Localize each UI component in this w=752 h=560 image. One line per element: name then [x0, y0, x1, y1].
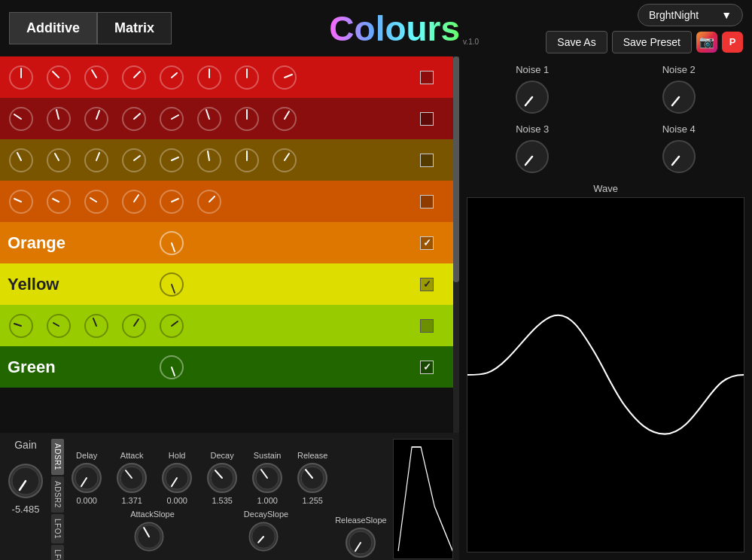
knob[interactable]	[196, 147, 223, 174]
attackslope-knob[interactable]	[132, 520, 172, 559]
noise-1-knob[interactable]	[513, 78, 551, 116]
knob[interactable]	[8, 312, 35, 339]
row-checkbox-4[interactable]	[420, 195, 434, 208]
knob[interactable]	[233, 105, 260, 132]
knob[interactable]	[83, 64, 110, 91]
release-knob[interactable]	[296, 461, 329, 495]
knob-green[interactable]	[158, 354, 185, 381]
scrollbar[interactable]	[453, 56, 459, 433]
delay-knob[interactable]	[70, 461, 103, 495]
svg-line-69	[93, 318, 96, 326]
row-label-orange: Orange	[8, 233, 68, 253]
knob-orange[interactable]	[158, 230, 185, 257]
knob[interactable]	[158, 188, 185, 215]
delay-knob-group: Delay 0.000	[70, 451, 103, 505]
color-row-yellow: Yellow ✓	[0, 263, 459, 305]
knob[interactable]	[8, 147, 35, 174]
noise-4-knob[interactable]	[660, 138, 698, 175]
knob[interactable]	[271, 147, 298, 174]
knob[interactable]	[45, 147, 72, 174]
gain-value: -5.485	[12, 504, 40, 515]
noise-3-label: Noise 3	[516, 123, 549, 135]
row-checkbox-yellow[interactable]: ✓	[420, 278, 434, 291]
knob[interactable]	[8, 188, 35, 215]
knob[interactable]	[196, 188, 223, 215]
knob[interactable]	[196, 105, 223, 132]
vtab-lfo2[interactable]: LFO2	[51, 545, 64, 560]
decay-label: Decay	[211, 451, 234, 460]
row-label-yellow: Yellow	[8, 275, 68, 294]
right-panel: Noise 1 Noise 2 Noise 3 Noise 4	[459, 56, 752, 560]
row-checkbox-orange[interactable]: ✓	[420, 236, 434, 250]
knob[interactable]	[45, 64, 72, 91]
row-checkbox-green[interactable]: ✓	[420, 361, 434, 374]
hold-knob[interactable]	[160, 461, 193, 495]
svg-line-51	[53, 199, 59, 202]
knob[interactable]	[158, 105, 185, 132]
tab-matrix[interactable]: Matrix	[97, 12, 172, 44]
svg-line-55	[134, 195, 139, 202]
noise-4-label: Noise 4	[662, 123, 696, 135]
decay-knob[interactable]	[206, 461, 239, 495]
knob-yellow[interactable]	[158, 271, 185, 298]
adsr-section: Delay 0.000 Attack 1.371 H	[70, 439, 387, 560]
knob[interactable]	[158, 147, 185, 174]
knob[interactable]	[120, 188, 148, 215]
gain-knob[interactable]	[6, 461, 45, 501]
gain-section: Gain -5.485	[6, 439, 45, 560]
knob[interactable]	[120, 312, 148, 339]
svg-line-65	[14, 324, 21, 326]
productiontube-icon[interactable]: P	[722, 32, 743, 53]
knob[interactable]	[45, 105, 72, 132]
svg-line-41	[172, 157, 178, 160]
noise-4-item: Noise 4	[613, 123, 745, 175]
svg-line-27	[206, 110, 209, 119]
noise-2-knob[interactable]	[660, 78, 698, 116]
row-checkbox-7[interactable]	[420, 319, 434, 333]
knob[interactable]	[271, 64, 298, 91]
decayslope-knob[interactable]	[247, 520, 286, 559]
row-checkbox-3[interactable]	[420, 154, 434, 167]
knob[interactable]	[83, 147, 110, 174]
knob[interactable]	[45, 188, 72, 215]
save-preset-button[interactable]: Save Preset	[612, 31, 692, 53]
svg-line-71	[134, 319, 139, 326]
releaseslope-knob[interactable]	[344, 526, 377, 559]
knob[interactable]	[8, 105, 35, 132]
svg-line-9	[172, 73, 177, 78]
row-checkbox-1[interactable]	[420, 71, 434, 84]
color-row-orange: Orange ✓	[0, 222, 459, 263]
knob[interactable]	[8, 64, 35, 91]
release-label: Release	[297, 451, 327, 460]
adsr-row-2: AttackSlope 2.31 DecaySlope 0.50	[130, 508, 387, 560]
vtab-adsr2[interactable]: ADSR2	[51, 476, 64, 513]
color-row-4	[0, 181, 459, 222]
knob[interactable]	[233, 147, 260, 174]
save-as-button[interactable]: Save As	[546, 31, 607, 53]
knob[interactable]	[158, 64, 185, 91]
knob[interactable]	[271, 105, 298, 132]
instagram-icon[interactable]: 📷	[696, 32, 717, 53]
knob[interactable]	[120, 105, 148, 132]
attack-knob[interactable]	[115, 461, 148, 495]
vtab-lfo1[interactable]: LFO1	[51, 514, 64, 543]
sustain-knob[interactable]	[251, 461, 284, 495]
knob[interactable]	[233, 64, 260, 91]
knob[interactable]	[120, 147, 148, 174]
knob[interactable]	[83, 188, 110, 215]
svg-line-63	[172, 285, 175, 293]
noise-3-knob[interactable]	[513, 138, 551, 175]
knob[interactable]	[158, 312, 185, 339]
knob[interactable]	[83, 312, 110, 339]
tab-additive[interactable]: Additive	[9, 12, 97, 44]
knob[interactable]	[83, 105, 110, 132]
knob[interactable]	[45, 312, 72, 339]
svg-line-31	[285, 111, 289, 119]
sustain-value: 1.000	[257, 496, 278, 505]
preset-dropdown[interactable]: BrghtNight ▼	[638, 4, 743, 26]
wave-section: Wave	[467, 183, 744, 552]
vtab-adsr1[interactable]: ADSR1	[51, 439, 64, 475]
knob[interactable]	[120, 64, 148, 91]
row-checkbox-2[interactable]	[420, 112, 434, 126]
knob[interactable]	[196, 64, 223, 91]
